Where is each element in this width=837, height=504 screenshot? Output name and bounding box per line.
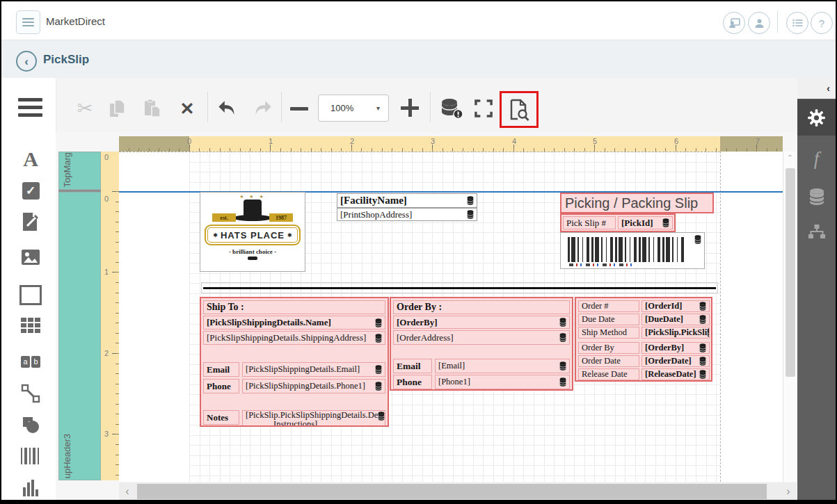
database-field-icon bbox=[559, 377, 566, 387]
line-tool[interactable] bbox=[19, 382, 42, 405]
tab-data-source[interactable] bbox=[797, 179, 836, 215]
checkbox-tool[interactable]: ✓ bbox=[19, 179, 42, 202]
order-by-name-field[interactable]: [OrderBy] bbox=[393, 316, 570, 329]
notes-field[interactable]: [PickSlip.PickSlipShippingDetails.De Ins… bbox=[242, 410, 385, 427]
copy-button[interactable] bbox=[106, 97, 129, 120]
app-title: MarketDirect bbox=[46, 15, 105, 27]
app-menu-button[interactable] bbox=[16, 10, 40, 34]
database-field-icon bbox=[375, 382, 382, 391]
order-info-value[interactable]: [OrderBy] bbox=[641, 342, 710, 354]
tab-hierarchy[interactable] bbox=[797, 214, 836, 250]
ship-to-block[interactable]: Ship To : [PickSlipShippingDetails.Name]… bbox=[200, 297, 389, 427]
chevron-down-icon: ▾ bbox=[376, 104, 380, 112]
vertical-scroll-thumb[interactable] bbox=[786, 168, 795, 377]
shape-tool[interactable] bbox=[19, 414, 42, 436]
redo-button[interactable] bbox=[249, 97, 276, 120]
document-search-icon bbox=[509, 99, 529, 121]
logo-est-ribbon: est. bbox=[212, 213, 236, 222]
order-address-field[interactable]: [OrderAddress] bbox=[393, 330, 570, 345]
horizontal-scrollbar[interactable]: ‹ › bbox=[119, 482, 797, 501]
chart-tool[interactable] bbox=[19, 477, 42, 499]
vertical-scrollbar[interactable]: ˆ bbox=[783, 152, 797, 482]
help-button[interactable]: ? bbox=[811, 12, 833, 34]
user-account-button[interactable] bbox=[748, 12, 770, 34]
barcode-tool[interactable] bbox=[19, 445, 42, 467]
facility-name-field[interactable]: [FacilityName] bbox=[337, 193, 477, 208]
barcode-icon bbox=[21, 448, 40, 464]
top-hat-icon: est. 1987 bbox=[239, 200, 266, 220]
pick-slip-number-element[interactable]: Pick Slip # [PickId] bbox=[560, 213, 676, 232]
zoom-in-button[interactable] bbox=[398, 96, 422, 120]
zoom-level-select[interactable]: 100% ▾ bbox=[318, 95, 389, 122]
rich-text-tool[interactable] bbox=[19, 211, 42, 233]
order-info-label: Ship Method bbox=[578, 327, 639, 339]
band-group-header[interactable]: upHeader3 bbox=[58, 192, 101, 480]
back-button[interactable]: ‹ bbox=[16, 51, 37, 72]
data-validation-button[interactable] bbox=[438, 96, 465, 121]
notes-label: Notes bbox=[203, 410, 239, 425]
scroll-up-button[interactable]: ˆ bbox=[783, 152, 797, 165]
task-list-button[interactable] bbox=[786, 12, 808, 34]
database-field-icon bbox=[694, 235, 701, 244]
database-field-icon bbox=[559, 333, 566, 342]
horizontal-scroll-thumb[interactable] bbox=[137, 484, 767, 499]
vertical-ruler: 0 0 1 2 3 bbox=[101, 152, 119, 480]
undo-button[interactable] bbox=[214, 97, 241, 120]
function-icon: f bbox=[814, 148, 820, 170]
fullscreen-button[interactable] bbox=[472, 97, 495, 120]
ship-to-address-field[interactable]: [PickSlipShippingDetails.ShippingAddress… bbox=[203, 331, 385, 345]
order-info-value[interactable]: [OrderDate] bbox=[641, 355, 710, 367]
order-info-value[interactable]: [ReleaseDate] bbox=[641, 368, 710, 380]
toolbar-divider bbox=[207, 92, 208, 122]
slip-title-element[interactable]: Picking / Packing Slip bbox=[560, 193, 714, 213]
band-top-margin[interactable]: TopMarg bbox=[58, 152, 101, 190]
fullscreen-icon bbox=[474, 99, 493, 118]
label-tool[interactable]: ab bbox=[19, 350, 42, 373]
feedback-button[interactable] bbox=[723, 12, 745, 34]
database-field-icon bbox=[707, 328, 710, 337]
barcode-element[interactable] bbox=[560, 232, 705, 269]
zoom-out-button[interactable] bbox=[288, 97, 310, 120]
order-info-block[interactable]: Order # [OrderId] Due Date [DueDate] Shi… bbox=[575, 297, 712, 382]
chart-icon bbox=[23, 480, 38, 496]
delete-button[interactable]: ✕ bbox=[175, 97, 199, 120]
order-info-value[interactable]: [DueDate] bbox=[641, 314, 710, 325]
ship-to-name-field[interactable]: [PickSlipShippingDetails.Name] bbox=[203, 316, 385, 330]
horizontal-rule bbox=[203, 287, 716, 289]
user-icon bbox=[754, 18, 765, 29]
logo-element[interactable]: ★ ★ ★ est. 1987 ✱ HATS PLACE ✱ - brillia… bbox=[200, 192, 305, 272]
order-email-field[interactable]: [Email] bbox=[435, 359, 570, 373]
table-tool[interactable] bbox=[19, 314, 42, 336]
ship-to-email-field[interactable]: [PickSlipShippingDetails.Email] bbox=[242, 362, 385, 377]
tab-properties[interactable] bbox=[797, 99, 836, 136]
database-field-icon bbox=[375, 334, 382, 343]
breadcrumb-bar bbox=[1, 40, 836, 79]
image-tool[interactable] bbox=[19, 246, 42, 268]
cut-button[interactable]: ✂ bbox=[73, 97, 97, 120]
scroll-right-button[interactable]: › bbox=[780, 482, 797, 501]
order-phone-field[interactable]: [Phone1] bbox=[435, 375, 570, 389]
presenter-icon bbox=[728, 18, 740, 29]
logo-name: HATS PLACE bbox=[221, 230, 285, 241]
hierarchy-icon bbox=[808, 224, 826, 241]
scroll-left-button[interactable]: ‹ bbox=[119, 482, 136, 501]
order-info-value[interactable]: [PickSlip.PickSli bbox=[641, 327, 710, 339]
list-icon bbox=[792, 19, 803, 27]
collapse-panel-button[interactable]: ‹ bbox=[827, 83, 830, 94]
text-tool[interactable]: A bbox=[19, 148, 42, 170]
document-edit-icon bbox=[22, 212, 40, 231]
order-by-block[interactable]: Order By : [OrderBy] [OrderAddress] Emai… bbox=[390, 297, 573, 391]
tab-functions[interactable]: f bbox=[797, 140, 836, 177]
barcode-bars bbox=[568, 237, 686, 262]
rectangle-icon bbox=[19, 285, 42, 305]
right-panel-header: ‹ bbox=[797, 78, 836, 99]
ship-to-phone-field[interactable]: [PickSlipShippingDetails.Phone1] bbox=[242, 379, 385, 393]
rectangle-tool[interactable] bbox=[19, 284, 42, 306]
database-field-icon bbox=[699, 302, 706, 311]
order-info-value[interactable]: [OrderId] bbox=[641, 300, 710, 312]
print-preview-button[interactable] bbox=[505, 97, 533, 122]
paste-button[interactable] bbox=[141, 97, 164, 120]
line-element[interactable] bbox=[201, 282, 718, 293]
print-shop-address-field[interactable]: [PrintShopAddress] bbox=[337, 208, 477, 221]
toolbar-menu-button[interactable] bbox=[18, 98, 42, 117]
